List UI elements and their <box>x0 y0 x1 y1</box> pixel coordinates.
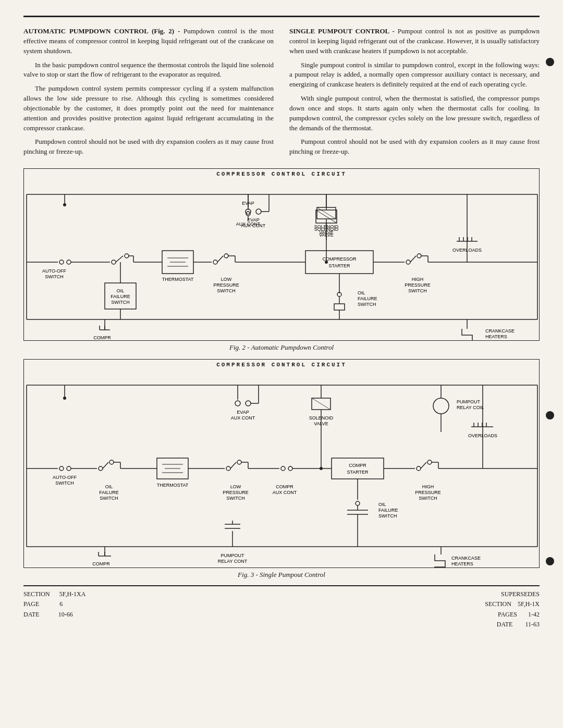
footer-date-row: DATE 10-66 <box>23 610 85 620</box>
para-5: SINGLE PUMPOUT CONTROL - Pumpout control… <box>289 27 540 56</box>
date-value: 10-66 <box>58 611 73 618</box>
svg-point-5 <box>59 260 64 264</box>
svg-text:FAILURE: FAILURE <box>111 294 130 299</box>
svg-point-180 <box>356 501 360 505</box>
svg-text:COMPRESSOR: COMPRESSOR <box>322 256 357 262</box>
svg-point-167 <box>281 466 285 471</box>
svg-text:SWITCH: SWITCH <box>378 513 397 519</box>
svg-point-152 <box>433 398 449 414</box>
svg-point-98 <box>256 209 261 214</box>
svg-text:AUX CONT: AUX CONT <box>241 223 266 228</box>
svg-text:SWITCH: SWITCH <box>55 480 74 486</box>
fig3-svg: AUTO-OFF SWITCH OIL FAILURE SWITCH <box>24 369 540 567</box>
svg-point-12 <box>112 260 116 264</box>
svg-text:PUMPOUT: PUMPOUT <box>221 553 245 558</box>
svg-line-123 <box>103 462 108 468</box>
footer-left: SECTION 5F,H-1XA PAGE 6 DATE 10-66 <box>23 589 85 630</box>
fig2-title-bar: COMPRESSOR CONTROL CIRCUIT <box>23 168 540 179</box>
svg-text:LOW: LOW <box>230 484 241 489</box>
svg-point-157 <box>226 466 230 471</box>
svg-text:COMPR: COMPR <box>92 561 110 566</box>
fig3-caption: Fig. 3 - Single Pumpout Control <box>23 571 540 579</box>
footer-right-section-row: SECTION 5F,H-1X <box>485 599 540 609</box>
para-6: Single pumpout control is similar to pum… <box>289 60 540 90</box>
svg-text:SWITCH: SWITCH <box>226 496 245 501</box>
svg-text:STARTER: STARTER <box>347 470 369 475</box>
footer-right-date-row: DATE 11-63 <box>485 620 540 630</box>
svg-point-33 <box>224 254 228 258</box>
svg-text:OIL: OIL <box>117 288 125 293</box>
para-5-heading: SINGLE PUMPOUT CONTROL - <box>289 27 395 35</box>
footer-right-pages-row: PAGES 1-42 <box>485 610 540 620</box>
svg-point-14 <box>125 254 129 258</box>
svg-text:PUMPOUT: PUMPOUT <box>457 399 481 404</box>
svg-line-158 <box>230 462 236 468</box>
svg-text:PRESSURE: PRESSURE <box>415 490 441 495</box>
svg-text:COMPR: COMPR <box>276 484 293 489</box>
svg-point-6 <box>67 260 71 264</box>
para-8: Pumpout control should not be used with … <box>289 137 540 157</box>
svg-text:PRESSURE: PRESSURE <box>405 282 431 288</box>
svg-point-115 <box>59 466 64 471</box>
svg-point-122 <box>99 466 103 471</box>
svg-point-140 <box>246 401 251 406</box>
bullet-dot-3 <box>546 557 554 565</box>
svg-text:SWITCH: SWITCH <box>408 288 427 293</box>
svg-text:THERMOSTAT: THERMOSTAT <box>162 277 194 282</box>
page-value: 6 <box>59 600 63 608</box>
svg-text:SWITCH: SWITCH <box>419 496 437 501</box>
fig3-diagram: AUTO-OFF SWITCH OIL FAILURE SWITCH <box>23 369 540 568</box>
svg-text:OIL: OIL <box>378 502 386 507</box>
svg-point-121 <box>63 397 66 400</box>
svg-text:THERMOSTAT: THERMOSTAT <box>157 483 189 488</box>
svg-point-109 <box>325 261 328 264</box>
svg-text:FAILURE: FAILURE <box>358 296 377 301</box>
svg-rect-61 <box>334 304 345 310</box>
svg-point-67 <box>406 260 410 264</box>
svg-line-13 <box>116 256 123 262</box>
svg-text:STARTER: STARTER <box>328 263 350 268</box>
svg-point-31 <box>213 260 217 264</box>
svg-point-139 <box>235 401 240 406</box>
svg-text:HEATERS: HEATERS <box>485 334 507 339</box>
para-7: With single pumpout control, when the th… <box>289 94 540 133</box>
svg-text:PRESSURE: PRESSURE <box>223 490 249 495</box>
svg-rect-53 <box>305 251 373 274</box>
svg-text:EVAP: EVAP <box>237 410 249 415</box>
svg-text:RELAY CONT: RELAY CONT <box>218 559 248 564</box>
svg-text:FAILURE: FAILURE <box>378 508 398 513</box>
svg-text:EVAP: EVAP <box>247 217 259 223</box>
svg-text:AUX CONT: AUX CONT <box>231 415 255 421</box>
fig2-section: COMPRESSOR CONTROL CIRCUIT <box>23 168 540 352</box>
svg-text:SWITCH: SWITCH <box>100 496 118 501</box>
svg-line-32 <box>217 256 223 262</box>
right-section-label: SECTION <box>485 600 511 608</box>
svg-text:AUTO-OFF: AUTO-OFF <box>53 475 77 480</box>
supersedes-label: SUPERSEDES <box>501 590 540 598</box>
svg-text:COMPR: COMPR <box>349 463 366 468</box>
right-pages-value: 1-42 <box>528 611 540 618</box>
svg-text:CRANKCASE: CRANKCASE <box>485 328 515 334</box>
svg-text:RELAY COIL: RELAY COIL <box>457 405 484 410</box>
svg-text:OIL: OIL <box>358 290 365 295</box>
footer-section-row: SECTION 5F,H-1XA <box>23 589 85 599</box>
right-date-label: DATE <box>497 621 513 628</box>
svg-text:OIL: OIL <box>105 484 113 489</box>
right-pages-label: PAGES <box>498 611 517 618</box>
footer-supersedes-row: SUPERSEDES <box>485 589 540 599</box>
fig2-diagram: AUTO-OFF SWITCH OIL FAILURE <box>23 179 540 341</box>
auto-off-label2: SWITCH <box>45 274 64 279</box>
fig2-title: COMPRESSOR CONTROL CIRCUIT <box>24 169 539 179</box>
svg-text:HEATERS: HEATERS <box>451 561 473 566</box>
svg-point-178 <box>320 467 323 470</box>
svg-line-147 <box>312 398 331 410</box>
svg-point-159 <box>237 460 241 464</box>
svg-point-190 <box>417 466 421 471</box>
section-label: SECTION <box>23 590 50 598</box>
svg-point-10 <box>63 203 66 206</box>
auto-off-label: AUTO-OFF <box>42 268 66 274</box>
page-label: PAGE <box>23 600 39 608</box>
svg-text:LOW: LOW <box>221 277 232 282</box>
fig2-svg: AUTO-OFF SWITCH OIL FAILURE <box>24 179 540 340</box>
svg-text:HIGH: HIGH <box>412 277 424 282</box>
